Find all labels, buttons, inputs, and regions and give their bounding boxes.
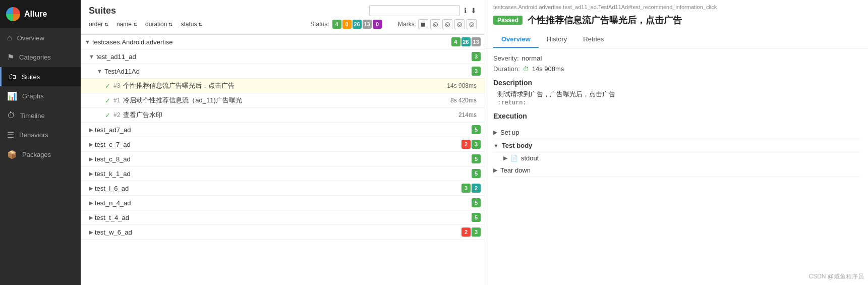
tree-badges-testAd11Ad: 3 <box>472 67 481 76</box>
description-title: Description <box>493 79 860 87</box>
duration-label: duration <box>145 21 167 28</box>
timeline-icon: ⏱ <box>7 111 15 120</box>
tree-row-test3[interactable]: ✓ #3 个性推荐信息流广告曝光后，点击广告 14s 908ms <box>81 79 485 93</box>
badge-5a: 5 <box>472 125 481 134</box>
tree-badges-test-c7: 2 3 <box>461 140 481 149</box>
sidebar-item-graphs[interactable]: 📊 Graphs <box>0 86 81 106</box>
tree-badges-test-t4: 5 <box>472 213 481 222</box>
mark-icon-4[interactable]: ◎ <box>454 19 465 29</box>
tab-overview[interactable]: Overview <box>493 31 539 48</box>
tree-name-test1: 冷启动个性推荐信息流（ad_11)广告曝光 <box>123 96 450 105</box>
tree-row-testcases[interactable]: ▼ testcases.Android.advertise 4 26 13 <box>81 35 485 49</box>
suites-title: Suites <box>89 6 116 16</box>
mark-icon-2[interactable]: ◎ <box>430 19 440 29</box>
right-panel-header: testcases.Android.advertise.test_ad11_ad… <box>485 0 868 48</box>
badge-3b: 3 <box>472 67 481 76</box>
tree-row-testAd11Ad[interactable]: ▼ TestAd11Ad 3 <box>81 64 485 79</box>
toggle-test-ad11: ▼ <box>89 53 94 60</box>
sidebar-item-label-graphs: Graphs <box>22 92 44 100</box>
sidebar-item-label-packages: Packages <box>22 151 51 158</box>
name-label: name <box>117 21 132 28</box>
meta-duration: Duration: ⏱ 14s 908ms <box>493 65 860 73</box>
badge-5d: 5 <box>472 198 481 207</box>
tree-id-2: #2 <box>113 111 120 119</box>
download-button[interactable]: ⬇ <box>471 7 477 15</box>
tree-row-test-t4[interactable]: ▶ test_t_4_ad 5 <box>81 210 485 225</box>
logo-text: Allure <box>24 10 47 19</box>
sidebar-item-overview[interactable]: ⌂ Overview <box>0 28 81 47</box>
tree-row-test-l6[interactable]: ▶ test_l_6_ad 3 2 <box>81 181 485 196</box>
badge-3a: 3 <box>472 52 481 61</box>
sidebar-item-behaviors[interactable]: ☰ Behaviors <box>0 125 81 145</box>
tree-row-test-c8[interactable]: ▶ test_c_8_ad 5 <box>81 152 485 166</box>
badge-broken[interactable]: 26 <box>353 20 362 29</box>
behaviors-icon: ☰ <box>7 130 14 140</box>
suites-header: Suites ℹ ⬇ order ⇅ name ⇅ duration ⇅ sta… <box>81 0 485 35</box>
watermark: CSDN @咸鱼程序员 <box>808 272 864 281</box>
mark-icon-3[interactable]: ◎ <box>442 19 452 29</box>
toggle-test-c8: ▶ <box>89 156 93 162</box>
sidebar-item-timeline[interactable]: ⏱ Timeline <box>0 106 81 125</box>
exec-stdout-label: stdout <box>521 154 539 162</box>
sidebar-item-label-overview: Overview <box>17 34 44 42</box>
info-button[interactable]: ℹ <box>464 7 467 15</box>
tree-badges-test-n4: 5 <box>472 198 481 207</box>
tab-history[interactable]: History <box>539 31 575 48</box>
sidebar-item-label-suites: Suites <box>22 73 40 81</box>
tree-row-test1[interactable]: ✓ #1 冷启动个性推荐信息流（ad_11)广告曝光 8s 420ms <box>81 93 485 108</box>
badge-13: 13 <box>472 37 481 46</box>
tree-row-test-ad11[interactable]: ▼ test_ad11_ad 3 <box>81 49 485 64</box>
badge-passed[interactable]: 4 <box>332 20 341 29</box>
toggle-test-w6: ▶ <box>89 229 93 236</box>
meta-severity: Severity: normal <box>493 54 860 62</box>
tree-name-test-w6: test_w_6_ad <box>95 229 461 236</box>
sidebar-item-categories[interactable]: ⚑ Categories <box>0 47 81 67</box>
status-sort-icon: ⇅ <box>198 22 202 27</box>
badge-3d: 3 <box>461 184 471 193</box>
search-input[interactable] <box>369 5 460 16</box>
tree-row-test-w6[interactable]: ▶ test_w_6_ad 2 3 <box>81 225 485 240</box>
tree-id-1: #1 <box>113 97 120 104</box>
duration-label: Duration: <box>493 65 520 73</box>
panel-body: Severity: normal Duration: ⏱ 14s 908ms D… <box>485 48 868 183</box>
tree-row-test-c7[interactable]: ▶ test_c_7_ad 2 3 <box>81 137 485 152</box>
check-icon-3: ✓ <box>105 82 110 90</box>
badge-failed[interactable]: 0 <box>342 20 352 29</box>
main-content: Suites ℹ ⬇ order ⇅ name ⇅ duration ⇅ sta… <box>81 0 485 285</box>
badge-3c: 3 <box>472 140 481 149</box>
sidebar-item-packages[interactable]: 📦 Packages <box>0 145 81 164</box>
exec-setup[interactable]: ▶ Set up <box>493 126 860 139</box>
exec-stdout[interactable]: ▶ 📄 stdout <box>503 152 860 164</box>
exec-test-body[interactable]: ▼ Test body <box>493 139 860 152</box>
toggle-stdout: ▶ <box>503 155 507 161</box>
badge-skipped[interactable]: 13 <box>363 20 372 29</box>
tree-name-test-t4: test_t_4_ad <box>95 214 472 221</box>
marks-section: Marks: ◼ ◎ ◎ ◎ ◎ <box>398 19 477 29</box>
test-title-row: Passed 个性推荐信息流广告曝光后，点击广告 <box>493 14 860 26</box>
tree-row-test-k1[interactable]: ▶ test_k_1_ad 5 <box>81 166 485 181</box>
tree-row-test-n4[interactable]: ▶ test_n_4_ad 5 <box>81 196 485 210</box>
tree-row-test2[interactable]: ✓ #2 查看广告水印 214ms <box>81 108 485 123</box>
toggle-test-n4: ▶ <box>89 200 93 206</box>
check-icon-1: ✓ <box>105 97 110 104</box>
badge-5e: 5 <box>472 213 481 222</box>
badge-unknown[interactable]: 0 <box>373 20 382 29</box>
packages-icon: 📦 <box>7 150 17 159</box>
tree-row-test-ad7[interactable]: ▶ test_ad7_ad 5 <box>81 123 485 137</box>
mark-icon-1[interactable]: ◼ <box>418 19 428 29</box>
filter-name[interactable]: name ⇅ <box>117 21 137 28</box>
filter-order[interactable]: order ⇅ <box>89 21 108 28</box>
sidebar-item-suites[interactable]: 🗂 Suites <box>0 67 81 86</box>
check-icon-2: ✓ <box>105 111 110 119</box>
tab-retries[interactable]: Retries <box>575 31 612 48</box>
tree-name-testAd11Ad: TestAd11Ad <box>104 68 472 75</box>
tree-name-testcases: testcases.Android.advertise <box>92 38 451 46</box>
filter-duration[interactable]: duration ⇅ <box>145 21 172 28</box>
badge-4: 4 <box>451 37 460 46</box>
exec-tear-down[interactable]: ▶ Tear down <box>493 164 860 177</box>
allure-logo-icon <box>6 7 20 21</box>
toggle-testAd11Ad: ▼ <box>97 68 102 74</box>
mark-icon-5[interactable]: ◎ <box>467 19 477 29</box>
filter-status[interactable]: status ⇅ <box>181 21 202 28</box>
passed-badge: Passed <box>493 16 523 25</box>
